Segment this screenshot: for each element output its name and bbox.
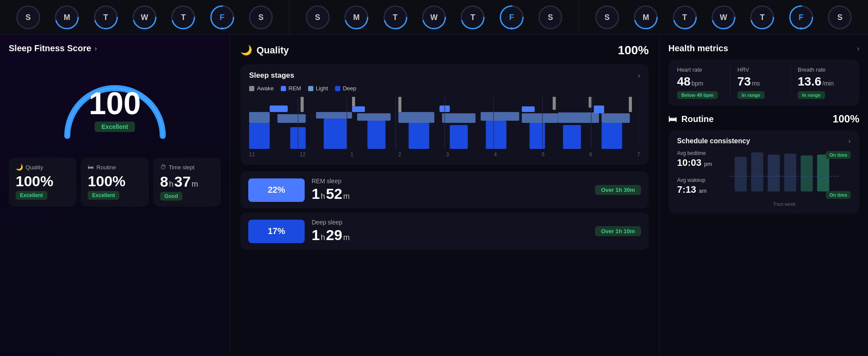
day-circle-f[interactable]: F (788, 4, 814, 30)
routine-title: 🛏 Routine (668, 114, 713, 124)
day-circle-s[interactable]: S (305, 4, 331, 30)
sleep-stages-title: Sleep stages (249, 71, 294, 80)
health-metric-unit: /min (822, 80, 834, 87)
health-metric-value: 13.6/min (798, 75, 851, 89)
sleep-metrics-list: 22%REM sleep1h52mOver 1h 30m17%Deep slee… (240, 171, 649, 254)
day-circle-t[interactable]: T (749, 4, 775, 30)
metric-card-value: 100% (88, 173, 125, 189)
svg-rect-77 (768, 155, 780, 191)
legend-label: Light (316, 85, 328, 92)
day-letter: T (393, 13, 398, 22)
sleep-metric-deep: 17%Deep sleep1h29mOver 1h 10m (240, 213, 649, 250)
metric-value-row: 8h37m (160, 173, 214, 190)
day-circle-t[interactable]: T (672, 4, 698, 30)
svg-rect-42 (486, 121, 506, 149)
day-letter: S (605, 13, 610, 22)
fitness-score-header[interactable]: Sleep Fitness Score › (9, 43, 97, 53)
sleep-metric-info: REM sleep1h52m (312, 178, 588, 202)
gauge-number: 100 (89, 88, 141, 119)
routine-icon: 🛏 (668, 114, 677, 124)
chart-time-label: 2 (398, 152, 401, 158)
day-circle-m[interactable]: M (54, 4, 80, 30)
day-circle-t[interactable]: T (93, 4, 119, 30)
sleep-stages-chevron[interactable]: › (638, 72, 640, 79)
chart-time-label: 3 (446, 152, 449, 158)
metric-cards-row: 🌙Quality100%Excellent🛏Routine100%Excelle… (9, 158, 221, 207)
deep-bar: 17% (248, 220, 305, 243)
legend-item-light: Light (308, 85, 328, 92)
day-letter: T (470, 13, 475, 22)
svg-rect-66 (629, 97, 632, 112)
sleep-metric-mins-unit: m (343, 192, 350, 201)
day-circle-s[interactable]: S (537, 4, 563, 30)
svg-rect-62 (352, 97, 355, 106)
chart-time-label: 5 (542, 152, 545, 158)
day-circle-m[interactable]: M (343, 4, 369, 30)
sleep-metric-mins-unit: m (343, 233, 350, 242)
svg-rect-44 (563, 125, 581, 149)
sleep-metric-mins: 29 (326, 227, 342, 244)
schedule-chevron[interactable]: › (848, 137, 851, 145)
day-circle-t[interactable]: T (382, 4, 408, 30)
day-circle-s[interactable]: S (827, 4, 853, 30)
metric-card-quality[interactable]: 🌙Quality100%Excellent (9, 158, 76, 207)
svg-rect-52 (480, 112, 519, 121)
day-circle-t[interactable]: T (170, 4, 196, 30)
svg-rect-61 (301, 97, 304, 112)
fitness-score-title: Sleep Fitness Score (9, 43, 91, 53)
quality-label: Quality (256, 45, 289, 56)
day-circle-t[interactable]: T (460, 4, 486, 30)
svg-rect-36 (249, 123, 270, 149)
day-circle-s[interactable]: S (594, 4, 620, 30)
svg-rect-80 (817, 155, 829, 191)
rem-bar: 22% (248, 178, 305, 202)
sleep-metric-label: Deep sleep (312, 219, 588, 226)
health-metrics-card: Heart rate48bpmBelow 49 bpmHRV73msIn ran… (668, 59, 859, 106)
day-circle-m[interactable]: M (633, 4, 659, 30)
day-circle-s[interactable]: S (15, 4, 41, 30)
day-circle-w[interactable]: W (710, 4, 736, 30)
day-circle-f[interactable]: F (499, 4, 525, 30)
legend-color (335, 86, 340, 91)
health-metric-badge: In range (737, 91, 765, 99)
center-panel: 🌙 Quality 100% Sleep stages › AwakeREMLi… (230, 35, 660, 356)
bedtime-label: Avg bedtime (677, 150, 712, 156)
chart-time-labels: 11121234567 (249, 152, 640, 158)
day-letter: M (643, 13, 649, 22)
chart-time-label: 4 (494, 152, 497, 158)
quality-header: 🌙 Quality 100% (240, 43, 649, 57)
main-content: Sleep Fitness Score › 100 Excellent 🌙Qua… (0, 35, 868, 356)
svg-rect-50 (398, 112, 434, 123)
svg-rect-39 (368, 121, 385, 149)
metric-card-routine[interactable]: 🛏Routine100%Excellent (81, 158, 148, 207)
svg-rect-64 (552, 97, 556, 110)
metric-card-icon: 🛏 (88, 164, 94, 171)
day-selector-bar: SMTWTFS SMTWTFS SMTWTFS (0, 0, 868, 35)
day-active-dot (510, 27, 513, 30)
day-group-2: SMTWTFS (289, 1, 579, 34)
day-group-1: SMTWTFS (0, 1, 289, 34)
day-circle-f[interactable]: F (209, 4, 235, 30)
svg-rect-60 (594, 105, 604, 113)
day-group-3: SMTWTFS (579, 1, 868, 34)
health-metric-unit: ms (752, 80, 760, 87)
chart-time-label: 12 (300, 152, 306, 158)
health-metrics-header: Health metrics › (668, 43, 859, 53)
sleep-score-gauge: 100 Excellent (54, 62, 176, 149)
sleep-chart-svg (249, 97, 640, 149)
metric-card-badge: Excellent (88, 191, 119, 200)
metric-card-badge: Good (160, 192, 182, 201)
svg-rect-79 (801, 155, 813, 191)
schedule-times: Avg bedtime 10:03 pm Avg wakeup 7:13 am (677, 150, 712, 195)
day-circle-w[interactable]: W (132, 4, 158, 30)
day-circle-s[interactable]: S (248, 4, 274, 30)
routine-header: 🛏 Routine 100% (668, 113, 859, 125)
svg-rect-55 (602, 113, 630, 123)
day-letter: S (258, 13, 263, 22)
health-metrics-chevron[interactable]: › (857, 45, 859, 53)
day-letter: T (181, 13, 186, 22)
health-metric-value: 48bpm (677, 75, 730, 89)
metric-card-time-slept[interactable]: ⏱Time slept8h37mGood (153, 158, 221, 207)
day-circle-w[interactable]: W (421, 4, 447, 30)
gauge-badge: Excellent (95, 122, 135, 132)
